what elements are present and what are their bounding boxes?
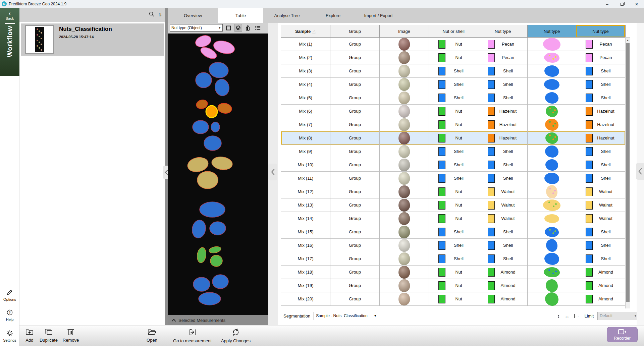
column-header-label: Nut type (544, 29, 560, 34)
nut-mask-blob[interactable] (196, 72, 212, 88)
class-color-swatch (488, 80, 495, 89)
table-row[interactable]: Mix (15)GroupShellShellShell (281, 225, 625, 239)
segmentation-dropdown[interactable]: Sample - Nuts_Classification ▼ (314, 312, 379, 320)
column-header-group[interactable]: Group (330, 25, 380, 38)
close-button[interactable]: ✕ (629, 0, 644, 8)
nut-mask-blob[interactable] (200, 202, 225, 217)
column-header-nut-type[interactable]: Nut type (576, 25, 625, 38)
table-row[interactable]: Mix (14)GroupNutWalnutWalnut (281, 212, 625, 225)
column-header-nut-or-shell[interactable]: Nut or shell (429, 25, 478, 38)
nut-mask-blob[interactable] (211, 156, 233, 171)
table-row[interactable]: Mix (8)GroupNutHazelnutHazelnut (281, 131, 625, 145)
table-row[interactable]: Mix (6)GroupNutHazelnutHazelnut (281, 105, 625, 118)
nut-mask-blob[interactable] (209, 245, 222, 254)
collapse-viewer-handle[interactable] (268, 164, 277, 180)
tab-analyse-tree[interactable]: Analyse Tree (263, 8, 311, 23)
row-height-icon[interactable]: ↕ (557, 313, 560, 319)
nut-mask-blob[interactable] (214, 78, 230, 97)
nut-photo (398, 199, 410, 212)
segmentation-viewer[interactable] (168, 33, 268, 315)
selected-measurements-bar[interactable]: Selected Measurements (168, 315, 268, 325)
column-header-nut-type[interactable]: Nut type (478, 25, 528, 38)
duplicate-button[interactable]: Duplicate (37, 328, 60, 343)
library-item-nuts-classification[interactable]: Nuts_Classification 2024-05-28 15:47:14 (21, 23, 164, 56)
scrollbar-thumb[interactable] (626, 43, 630, 302)
table-row[interactable]: Mix (19)GroupNutAlmondAlmond (281, 279, 625, 292)
options-button[interactable]: Options (0, 289, 19, 301)
table-row[interactable]: Mix (1)GroupNutPecanPecan (281, 38, 625, 51)
nut-mask-blob[interactable] (193, 277, 210, 291)
bottom-toolbar: Add Duplicate Remove Open Go to measurem… (19, 325, 644, 346)
nut-mask-blob[interactable] (206, 106, 217, 118)
nut-photo (398, 185, 410, 198)
nut-mask-blob[interactable] (191, 219, 207, 239)
column-header-label: Sample (295, 29, 311, 34)
table-row[interactable]: Mix (4)GroupShellShellShell (281, 78, 625, 91)
table-row[interactable]: Mix (18)GroupNutAlmondAlmond (281, 266, 625, 279)
nut-mask-thumb (545, 132, 558, 144)
column-header-nut-type[interactable]: Nut type (528, 25, 576, 38)
view-plain-button[interactable] (224, 24, 232, 32)
tab-table[interactable]: Table (218, 8, 263, 23)
table-row[interactable]: Mix (13)GroupNutWalnutWalnut (281, 198, 625, 212)
go-to-measurement-button[interactable]: Go to measurement (170, 328, 215, 343)
column-header-sample[interactable]: Sample△ (281, 25, 330, 38)
scroll-up-arrow-icon[interactable]: ▲ (626, 38, 630, 43)
cell-image (380, 51, 429, 64)
nut-mask-blob[interactable] (199, 292, 221, 305)
table-row[interactable]: Mix (17)GroupShellShellShell (281, 252, 625, 266)
recorder-button[interactable]: Recorder (607, 327, 638, 342)
table-row[interactable]: Mix (2)GroupNutPecanPecan (281, 51, 625, 64)
table-row[interactable]: Mix (5)GroupShellShellShell (281, 91, 625, 105)
table-row[interactable]: Mix (9)GroupShellShellShell (281, 145, 625, 158)
minimize-button[interactable]: – (600, 0, 614, 8)
search-icon[interactable] (149, 11, 155, 17)
nut-mask-blob[interactable] (197, 171, 218, 189)
column-header-image[interactable]: Image (380, 25, 429, 38)
distribute-icon[interactable]: ⋯ (574, 314, 580, 318)
table-row[interactable]: Mix (16)GroupShellShellShell (281, 239, 625, 252)
layer-select-dropdown[interactable]: Nut type (Object) ▼ (170, 24, 223, 32)
sort-icon[interactable]: ↑↓ (158, 11, 161, 17)
help-button[interactable]: ? Help (0, 309, 19, 322)
table-scrollbar[interactable]: ▲ (625, 37, 630, 318)
class-color-swatch (488, 53, 495, 62)
table-row[interactable]: Mix (7)GroupNutHazelnutHazelnut (281, 118, 625, 131)
column-width-icon[interactable]: ↔ (565, 313, 570, 319)
collapse-right-handle[interactable] (636, 163, 644, 180)
table-row[interactable]: Mix (3)GroupShellShellShell (281, 64, 625, 78)
table-row[interactable]: Mix (12)GroupNutWalnutWalnut (281, 185, 625, 198)
nut-mask-blob[interactable] (193, 120, 209, 134)
remove-button[interactable]: Remove (60, 328, 81, 343)
view-contrast-button[interactable] (244, 24, 252, 32)
view-layers-button[interactable] (234, 24, 242, 32)
apply-changes-button[interactable]: Apply Changes (217, 328, 254, 343)
open-button[interactable]: Open (144, 328, 160, 343)
back-button[interactable]: ‹ Back (0, 11, 19, 20)
view-list-button[interactable] (254, 24, 262, 32)
settings-button[interactable]: Settings (0, 330, 19, 342)
nut-mask-blob[interactable] (194, 34, 213, 49)
nut-mask-blob[interactable] (196, 247, 207, 263)
nut-mask-blob[interactable] (217, 102, 233, 115)
table-row[interactable]: Mix (20)GroupNutAlmondAlmond (281, 292, 625, 306)
nut-mask-blob[interactable] (204, 136, 221, 151)
nut-mask-blob[interactable] (210, 222, 226, 235)
nut-mask-blob[interactable] (186, 156, 209, 174)
nut-mask-thumb (544, 253, 559, 265)
nut-photo (398, 159, 410, 171)
add-button[interactable]: Add (22, 328, 37, 343)
tab-overview[interactable]: Overview (168, 8, 218, 23)
restore-button[interactable] (614, 0, 629, 8)
cell-nut-type: Shell (478, 172, 528, 185)
tab-import-export[interactable]: Import / Export (356, 8, 401, 23)
nut-mask-blob[interactable] (211, 122, 220, 132)
nut-mask-blob[interactable] (212, 275, 228, 289)
tab-explore[interactable]: Explore (311, 8, 356, 23)
table-row[interactable]: Mix (10)GroupShellShellShell (281, 158, 625, 172)
table-header-row: Sample△GroupImageNut or shellNut typeNut… (281, 25, 625, 38)
gear-icon (6, 330, 13, 337)
nut-mask-blob[interactable] (210, 255, 222, 267)
table-row[interactable]: Mix (11)GroupShellShellShell (281, 172, 625, 185)
limit-dropdown[interactable]: Default ▼ (597, 312, 639, 320)
